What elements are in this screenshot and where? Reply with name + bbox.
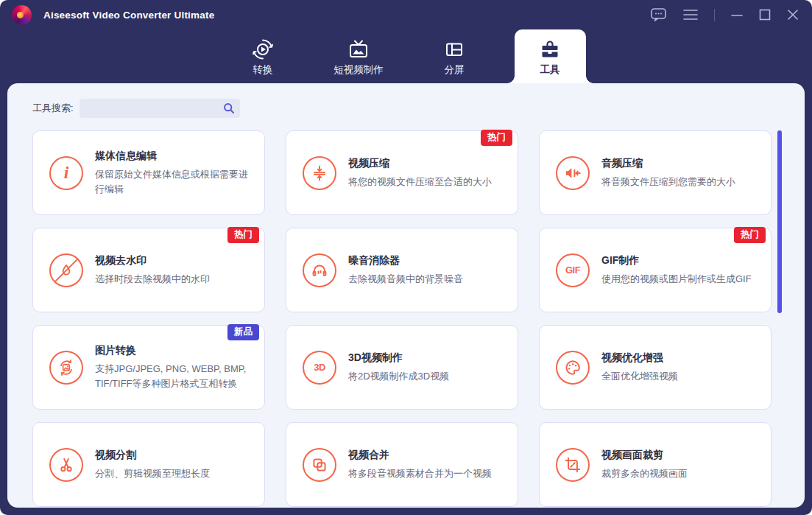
tool-title: 图片转换 bbox=[95, 344, 255, 357]
tool-card-audio-compressor[interactable]: 音频压缩 将音频文件压缩到您需要的大小 bbox=[539, 130, 772, 215]
tools-panel: 工具搜索: i 媒体信息编辑 保留原始文件媒体信息或根据需要进行编辑 热门 bbox=[7, 83, 805, 508]
tool-title: 视频去水印 bbox=[95, 254, 210, 267]
tool-title: 噪音消除器 bbox=[348, 254, 463, 267]
tool-card-gif-maker[interactable]: 热门 GIF GIF制作 使用您的视频或图片制作或生成GIF bbox=[539, 228, 772, 312]
tool-title: 视频压缩 bbox=[348, 157, 492, 170]
new-badge: 新品 bbox=[227, 324, 259, 340]
app-window: Aiseesoft Video Converter Ultimate bbox=[0, 0, 812, 515]
tool-card-video-merger[interactable]: 视频合并 将多段音视频素材合并为一个视频 bbox=[286, 422, 518, 507]
tool-card-image-converter[interactable]: 新品 图片转换 支持JPG/JPEG, PNG, WEBP, BMP, TIF/ bbox=[32, 325, 265, 410]
close-button[interactable] bbox=[787, 9, 799, 21]
tab-toolbox-label: 工具 bbox=[540, 63, 560, 77]
tool-desc: 将2D视频制作成3D视频 bbox=[348, 369, 449, 384]
tool-card-media-info-editor[interactable]: i 媒体信息编辑 保留原始文件媒体信息或根据需要进行编辑 bbox=[32, 130, 265, 215]
tab-convert-label: 转换 bbox=[253, 63, 273, 77]
tool-card-video-cropper[interactable]: 视频画面裁剪 裁剪多余的视频画面 bbox=[539, 422, 772, 507]
titlebar-divider bbox=[714, 9, 715, 21]
menu-icon[interactable] bbox=[683, 9, 698, 21]
hot-badge: 热门 bbox=[481, 130, 512, 146]
tab-short-video-maker[interactable]: 短视频制作 bbox=[311, 29, 406, 83]
tool-desc: 分割、剪辑视频至理想长度 bbox=[95, 466, 210, 481]
feedback-icon[interactable] bbox=[651, 7, 667, 22]
tool-card-noise-remover[interactable]: 噪音消除器 去除视频音频中的背景噪音 bbox=[286, 228, 518, 312]
toolbox-icon bbox=[539, 38, 561, 61]
crop-icon bbox=[556, 448, 590, 482]
scissors-icon bbox=[49, 448, 83, 482]
hot-badge: 热门 bbox=[227, 227, 259, 243]
tool-desc: 支持JPG/JPEG, PNG, WEBP, BMP, TIF/TIFF等多种图… bbox=[95, 362, 255, 390]
minimize-button[interactable] bbox=[731, 9, 743, 21]
tool-card-3d-maker[interactable]: 3D 3D视频制作 将2D视频制作成3D视频 bbox=[286, 325, 518, 410]
tool-title: 视频合并 bbox=[348, 449, 492, 462]
search-input[interactable] bbox=[80, 99, 240, 118]
merge-icon bbox=[303, 448, 336, 482]
main-tabs: 转换 短视频制作 bbox=[0, 29, 812, 83]
gif-icon: GIF bbox=[556, 253, 590, 287]
tool-desc: 使用您的视频或图片制作或生成GIF bbox=[601, 272, 752, 287]
tool-card-video-watermark-remover[interactable]: 热门 视频去水印 选择时段去除视频中的水印 bbox=[32, 228, 265, 312]
tab-convert[interactable]: 转换 bbox=[215, 29, 311, 83]
tool-title: 视频优化增强 bbox=[601, 351, 678, 365]
maximize-button[interactable] bbox=[759, 9, 771, 21]
tab-split-label: 分屏 bbox=[445, 63, 465, 77]
tab-short-video-label: 短视频制作 bbox=[333, 63, 384, 77]
headphones-icon bbox=[303, 253, 336, 287]
tool-title: 视频画面裁剪 bbox=[601, 449, 688, 462]
tool-title: 视频分割 bbox=[95, 449, 210, 462]
hot-badge: 热门 bbox=[734, 227, 766, 243]
tool-desc: 将您的视频文件压缩至合适的大小 bbox=[348, 175, 492, 189]
tab-split-screen[interactable]: 分屏 bbox=[406, 29, 502, 83]
speaker-compress-icon bbox=[556, 156, 590, 190]
3d-icon: 3D bbox=[303, 351, 336, 385]
tool-card-video-compressor[interactable]: 热门 视频压缩 将您的视频文件压缩至合适的大小 bbox=[286, 130, 518, 215]
tool-desc: 将音频文件压缩到您需要的大小 bbox=[601, 175, 735, 189]
tool-card-video-splitter[interactable]: 视频分割 分割、剪辑视频至理想长度 bbox=[32, 422, 265, 507]
app-title: Aiseesoft Video Converter Ultimate bbox=[43, 10, 214, 21]
split-screen-icon bbox=[443, 38, 465, 61]
short-video-icon bbox=[347, 38, 370, 61]
tool-desc: 保留原始文件媒体信息或根据需要进行编辑 bbox=[95, 167, 255, 196]
tool-card-video-enhancer[interactable]: 视频优化增强 全面优化增强视频 bbox=[539, 325, 772, 410]
tool-desc: 选择时段去除视频中的水印 bbox=[95, 272, 210, 287]
watermark-remover-icon bbox=[49, 253, 83, 287]
tool-search-row: 工具搜索: bbox=[32, 99, 240, 118]
scrollbar-thumb[interactable] bbox=[777, 130, 782, 313]
app-logo-icon bbox=[12, 5, 32, 25]
palette-icon bbox=[556, 351, 590, 385]
tools-grid: i 媒体信息编辑 保留原始文件媒体信息或根据需要进行编辑 热门 bbox=[32, 130, 772, 507]
tool-desc: 全面优化增强视频 bbox=[601, 369, 678, 384]
image-convert-icon bbox=[49, 351, 83, 385]
titlebar: Aiseesoft Video Converter Ultimate bbox=[0, 0, 812, 29]
tool-title: 媒体信息编辑 bbox=[95, 150, 255, 163]
tool-desc: 去除视频音频中的背景噪音 bbox=[348, 272, 463, 287]
search-label: 工具搜索: bbox=[32, 102, 74, 115]
tool-desc: 裁剪多余的视频画面 bbox=[601, 466, 688, 481]
search-icon[interactable] bbox=[223, 102, 235, 114]
info-icon: i bbox=[49, 156, 83, 190]
convert-icon bbox=[252, 38, 274, 61]
tool-desc: 将多段音视频素材合并为一个视频 bbox=[348, 466, 492, 481]
tab-toolbox[interactable]: 工具 bbox=[502, 29, 598, 83]
compress-icon bbox=[303, 156, 336, 190]
tool-title: GIF制作 bbox=[601, 254, 752, 267]
tool-title: 3D视频制作 bbox=[348, 351, 449, 365]
tool-title: 音频压缩 bbox=[601, 157, 735, 170]
